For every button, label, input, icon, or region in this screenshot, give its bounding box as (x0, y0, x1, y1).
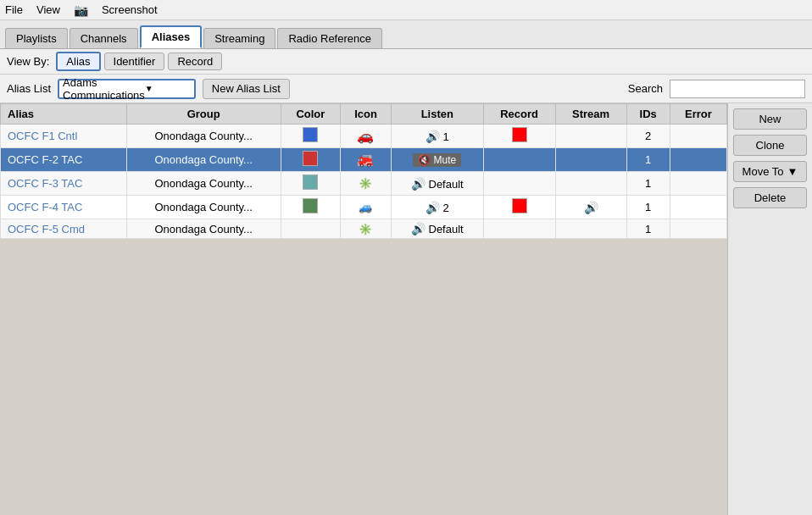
subtab-identifier[interactable]: Identifier (104, 53, 165, 70)
cell-icon: ✳️ (340, 219, 391, 239)
alias-bar: Alias List Adams Communications ▼ New Al… (0, 75, 812, 103)
sub-tabs: View By: Alias Identifier Record (0, 49, 812, 75)
cell-listen: 🔊 Default (392, 219, 483, 239)
cell-listen: 🔊 1 (392, 125, 483, 148)
cell-ids: 1 (626, 148, 670, 172)
search-input[interactable] (670, 80, 805, 98)
col-stream: Stream (555, 104, 626, 125)
tab-radio-reference[interactable]: Radio Reference (277, 28, 382, 48)
main-content: Alias Group Color Icon Listen Record Str… (0, 103, 812, 515)
tab-channels[interactable]: Channels (70, 28, 138, 48)
stream-icon: 🔊 (584, 201, 598, 214)
cell-record (483, 196, 555, 219)
volume-icon: 🔊 (425, 130, 440, 143)
subtab-record[interactable]: Record (168, 53, 222, 70)
menu-view[interactable]: View (36, 3, 60, 16)
cell-alias: OCFC F-4 TAC (1, 196, 127, 219)
cell-error (670, 125, 726, 148)
table-area: Alias Group Color Icon Listen Record Str… (0, 103, 727, 515)
col-record: Record (483, 104, 555, 125)
cell-record (483, 172, 555, 196)
volume-icon: 🔊 (411, 222, 425, 235)
search-label: Search (628, 82, 663, 95)
cell-stream (555, 172, 626, 196)
subtab-alias[interactable]: Alias (56, 52, 100, 71)
record-indicator (512, 198, 527, 213)
table-wrapper: Alias Group Color Icon Listen Record Str… (0, 103, 727, 515)
color-swatch (303, 127, 318, 142)
cell-group: Onondaga County... (126, 196, 281, 219)
alias-dropdown[interactable]: Adams Communications ▼ (58, 79, 196, 99)
tab-playlists[interactable]: Playlists (5, 28, 68, 48)
table-row[interactable]: OCFC F-4 TAC Onondaga County... 🚙 🔊 2 🔊 … (1, 196, 727, 219)
cell-stream (555, 125, 626, 148)
cell-ids: 2 (626, 125, 670, 148)
cell-listen: 🔇 Mute (392, 148, 483, 172)
camera-icon: 📷 (74, 3, 88, 17)
cell-error (670, 219, 726, 239)
listen-value: 1 (442, 130, 448, 143)
car2-icon: 🚙 (359, 201, 372, 213)
cell-icon: ✳️ (340, 172, 391, 196)
table-row[interactable]: OCFC F-2 TAC Onondaga County... 🚒 🔇 Mute… (1, 148, 727, 172)
cell-color (281, 219, 340, 239)
menu-screenshot[interactable]: Screenshot (102, 3, 158, 16)
cell-stream: 🔊 (555, 196, 626, 219)
col-icon: Icon (340, 104, 391, 125)
record-indicator (512, 127, 527, 142)
cell-color (281, 196, 340, 219)
delete-button[interactable]: Delete (733, 187, 807, 208)
cell-stream (555, 148, 626, 172)
cell-group: Onondaga County... (126, 148, 281, 172)
cell-color (281, 125, 340, 148)
cell-color (281, 172, 340, 196)
cell-ids: 1 (626, 172, 670, 196)
cell-stream (555, 219, 626, 239)
cell-listen: 🔊 2 (392, 196, 483, 219)
chevron-down-icon[interactable]: ▼ (145, 84, 191, 93)
new-alias-list-button[interactable]: New Alias List (203, 79, 290, 99)
volume-icon: 🔊 (425, 201, 440, 214)
alias-dropdown-value: Adams Communications (63, 76, 145, 102)
new-button[interactable]: New (733, 108, 807, 130)
clone-button[interactable]: Clone (733, 135, 807, 156)
cell-ids: 1 (626, 196, 670, 219)
volume-icon: 🔊 (411, 177, 425, 191)
table-row[interactable]: OCFC F-3 TAC Onondaga County... ✳️ 🔊 Def… (1, 172, 727, 196)
cell-icon: 🚗 (340, 125, 391, 148)
col-ids: IDs (626, 104, 670, 125)
table-row[interactable]: OCFC F-5 Cmd Onondaga County... ✳️ 🔊 Def… (1, 219, 727, 239)
col-color: Color (281, 104, 340, 125)
cell-record (483, 219, 555, 239)
table-row[interactable]: OCFC F1 Cntl Onondaga County... 🚗 🔊 1 2 (1, 125, 727, 148)
move-to-button[interactable]: Move To ▼ (733, 161, 807, 182)
cell-group: Onondaga County... (126, 125, 281, 148)
cell-alias: OCFC F-3 TAC (1, 172, 127, 196)
color-swatch (303, 198, 318, 213)
menu-file[interactable]: File (5, 3, 23, 16)
top-tabs: Playlists Channels Aliases Streaming Rad… (0, 20, 812, 49)
cell-alias: OCFC F-5 Cmd (1, 219, 127, 239)
cell-alias: OCFC F-2 TAC (1, 148, 127, 172)
chevron-down-icon: ▼ (787, 165, 798, 178)
color-swatch (303, 174, 318, 190)
view-by-label: View By: (7, 55, 49, 68)
cell-error (670, 148, 726, 172)
col-alias: Alias (1, 104, 127, 125)
tab-streaming[interactable]: Streaming (203, 28, 275, 48)
cell-listen: 🔊 Default (392, 172, 483, 196)
car-icon: 🚗 (357, 129, 374, 143)
move-to-label: Move To (742, 165, 784, 178)
cell-color (281, 148, 340, 172)
cell-record (483, 148, 555, 172)
cell-error (670, 196, 726, 219)
menu-bar: File View 📷 Screenshot (0, 0, 812, 20)
alias-table: Alias Group Color Icon Listen Record Str… (0, 103, 727, 239)
cell-alias: OCFC F1 Cntl (1, 125, 127, 148)
mute-button[interactable]: 🔇 Mute (413, 153, 461, 167)
right-panel: New Clone Move To ▼ Delete (727, 103, 812, 515)
tab-aliases[interactable]: Aliases (140, 25, 203, 48)
cell-group: Onondaga County... (126, 172, 281, 196)
cell-record (483, 125, 555, 148)
cell-error (670, 172, 726, 196)
